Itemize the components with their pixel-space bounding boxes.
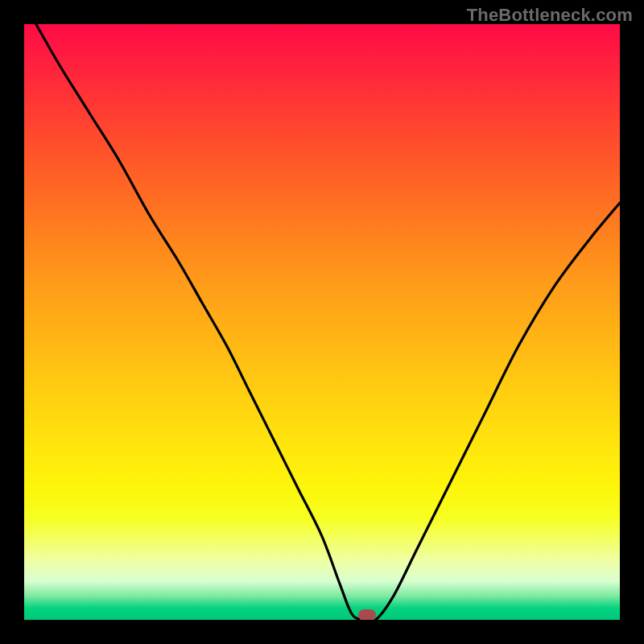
curve-path	[36, 24, 620, 620]
plot-area	[24, 24, 620, 620]
bottleneck-curve	[24, 24, 620, 620]
watermark-text: TheBottleneck.com	[467, 5, 633, 26]
chart-frame: TheBottleneck.com	[0, 0, 644, 644]
optimum-marker	[358, 609, 376, 620]
